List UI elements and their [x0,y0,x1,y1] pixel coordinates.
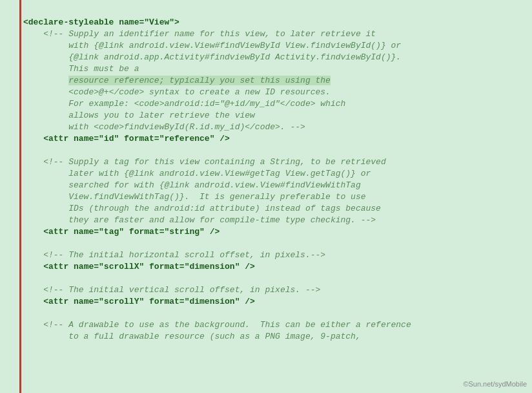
line-18: searched for with {@link android.view.Vi… [68,180,360,190]
line-20: IDs (through the android:id attribute) i… [68,204,381,213]
line-11: For example: <code>android:id="@+id/my_i… [68,99,345,109]
line-22: <attr name="tag" format="string" /> [43,227,220,237]
line-8: This must be a [68,64,139,74]
line-28: <attr name="scrollY" format="dimension" … [43,297,255,306]
watermark: ©Sun.net/sydMobile [463,380,527,388]
line-6: with {@link android.view.View#findViewBy… [68,41,401,50]
code-content: <declare-styleable name="View"> <!-- Sup… [0,5,532,343]
line-25: <attr name="scrollX" format="dimension" … [43,262,255,271]
line-12: allows you to later retrieve the view [68,111,255,120]
line-30: <!-- A drawable to use as the background… [43,320,411,330]
line-10: <code>@+</code> syntax to create a new I… [68,87,331,97]
line-27: <!-- The initial vertical scroll offset,… [43,285,320,295]
line-17: later with {@link android.view.View#getT… [68,169,371,178]
line-9-cursor: resource reference; typically you set th… [68,76,331,85]
line-14: <attr name="id" format="reference" /> [43,134,230,143]
line-19: View.findViewWithTag()}. It is generally… [68,192,365,202]
line-24: <!-- The initial horizontal scroll offse… [43,250,325,260]
line-21: they are faster and allow for compile-ti… [68,215,376,225]
line-4: <declare-styleable name="View"> [23,17,179,27]
code-editor: <declare-styleable name="View"> <!-- Sup… [0,0,532,393]
left-border [19,0,21,393]
line-5: <!-- Supply an identifier name for this … [43,29,376,39]
line-16: <!-- Supply a tag for this view containi… [43,157,386,167]
line-7: {@link android.app.Activity#findviewById… [68,52,401,62]
code-block: <declare-styleable name="View"> <!-- Sup… [23,5,532,343]
line-13: with <code>findviewById(R.id.my_id)</cod… [68,122,305,132]
line-31: to a full drawable resource (such as a P… [68,332,360,341]
